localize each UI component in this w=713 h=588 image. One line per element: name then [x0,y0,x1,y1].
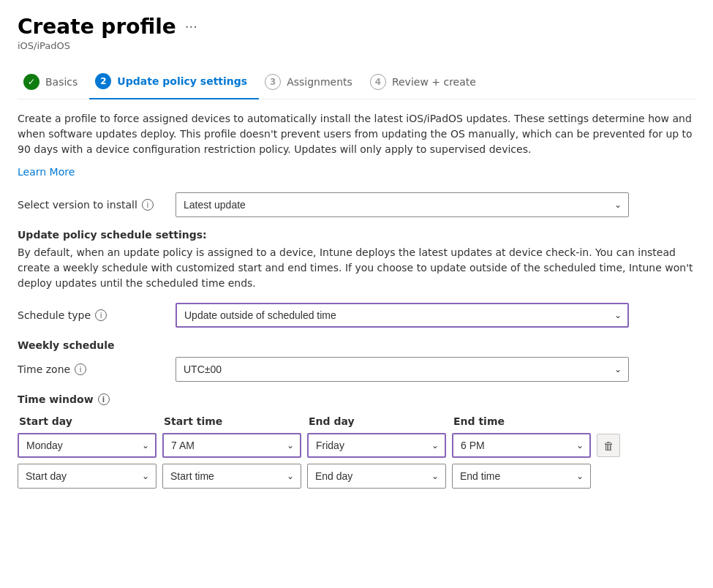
time-zone-dropdown[interactable]: UTC±00 UTC-05:00 UTC+01:00 [176,357,629,382]
row1-start-time-dropdown[interactable]: 7 AM 8 AM 9 AM 10 AM [162,433,301,458]
row2-end-time-dropdown[interactable]: End time 6 PM 7 PM 8 PM [452,464,591,489]
description-text: Create a profile to force assigned devic… [18,111,695,157]
schedule-type-info-icon[interactable]: i [95,309,107,321]
ellipsis-menu[interactable]: ··· [185,19,197,34]
header-start-time: Start time [162,415,301,427]
step-update-policy[interactable]: 2 Update policy settings [89,66,259,99]
row1-start-time-wrapper: 7 AM 8 AM 9 AM 10 AM ⌄ [162,433,301,458]
row2-start-time-wrapper: Start time 7 AM 8 AM 9 AM ⌄ [162,464,301,489]
row1-start-day-dropdown[interactable]: Monday Tuesday Wednesday Thursday Friday… [18,433,156,458]
select-version-label: Select version to install i [18,199,164,211]
page-title: Create profile ··· [18,15,197,39]
row1-delete-button[interactable]: 🗑 [597,434,620,457]
learn-more-link[interactable]: Learn More [18,166,75,178]
time-zone-info-icon[interactable]: i [75,363,86,375]
step-assignments-label: Assignments [287,76,352,88]
step-assignments-circle: 3 [265,74,281,90]
header-start-day: Start day [18,415,156,427]
schedule-row-1: Monday Tuesday Wednesday Thursday Friday… [18,433,695,458]
row1-end-time-wrapper: 6 PM 7 PM 8 PM ⌄ [452,433,591,458]
select-version-wrapper: Latest update iOS 17 iOS 16 iOS 15 ⌄ [176,192,629,217]
row1-delete-icon: 🗑 [603,440,614,452]
step-basics[interactable]: ✓ Basics [18,67,89,99]
time-zone-label: Time zone i [18,363,164,375]
schedule-type-wrapper: Update outside of scheduled time Update … [176,303,629,328]
page-subtitle: iOS/iPadOS [18,40,695,51]
row2-start-day-wrapper: Start day Monday Tuesday Wednesday Thurs… [18,464,156,489]
time-zone-row: Time zone i UTC±00 UTC-05:00 UTC+01:00 ⌄ [18,357,695,382]
weekly-schedule-label: Weekly schedule [18,339,695,351]
row2-start-time-dropdown[interactable]: Start time 7 AM 8 AM 9 AM [162,464,301,489]
header-actions [597,415,626,427]
step-review-create-label: Review + create [392,76,476,88]
row1-end-day-wrapper: Monday Tuesday Wednesday Thursday Friday… [307,433,446,458]
schedule-table-header: Start day Start time End day End time [18,415,695,427]
schedule-type-row: Schedule type i Update outside of schedu… [18,303,695,328]
page-header: Create profile ··· [18,15,695,39]
step-assignments[interactable]: 3 Assignments [259,67,364,99]
step-review-create[interactable]: 4 Review + create [364,67,488,99]
time-window-label: Time window i [18,393,695,405]
row2-end-day-dropdown[interactable]: End day Monday Tuesday Wednesday Thursda… [307,464,446,489]
row1-end-day-dropdown[interactable]: Monday Tuesday Wednesday Thursday Friday… [307,433,446,458]
step-basics-label: Basics [45,76,78,88]
step-update-policy-label: Update policy settings [117,75,247,87]
row1-end-time-dropdown[interactable]: 6 PM 7 PM 8 PM [452,433,591,458]
row1-start-day-wrapper: Monday Tuesday Wednesday Thursday Friday… [18,433,156,458]
schedule-section: Update policy schedule settings: By defa… [18,229,695,489]
time-zone-wrapper: UTC±00 UTC-05:00 UTC+01:00 ⌄ [176,357,629,382]
header-end-day: End day [307,415,446,427]
row2-end-time-wrapper: End time 6 PM 7 PM 8 PM ⌄ [452,464,591,489]
wizard-steps: ✓ Basics 2 Update policy settings 3 Assi… [18,66,695,99]
schedule-type-label: Schedule type i [18,309,164,321]
row2-end-day-wrapper: End day Monday Tuesday Wednesday Thursda… [307,464,446,489]
header-end-time: End time [452,415,591,427]
row2-start-day-dropdown[interactable]: Start day Monday Tuesday Wednesday Thurs… [18,464,156,489]
step-review-create-circle: 4 [370,74,386,90]
schedule-section-desc: By default, when an update policy is ass… [18,245,695,291]
select-version-info-icon[interactable]: i [142,199,154,211]
time-window-info-icon[interactable]: i [98,393,110,405]
schedule-row-2: Start day Monday Tuesday Wednesday Thurs… [18,464,695,489]
schedule-type-dropdown[interactable]: Update outside of scheduled time Update … [176,303,629,328]
step-update-policy-circle: 2 [95,73,111,89]
select-version-dropdown[interactable]: Latest update iOS 17 iOS 16 iOS 15 [176,192,629,217]
select-version-row: Select version to install i Latest updat… [18,192,695,217]
step-basics-circle: ✓ [23,74,39,90]
schedule-section-title: Update policy schedule settings: [18,229,695,241]
